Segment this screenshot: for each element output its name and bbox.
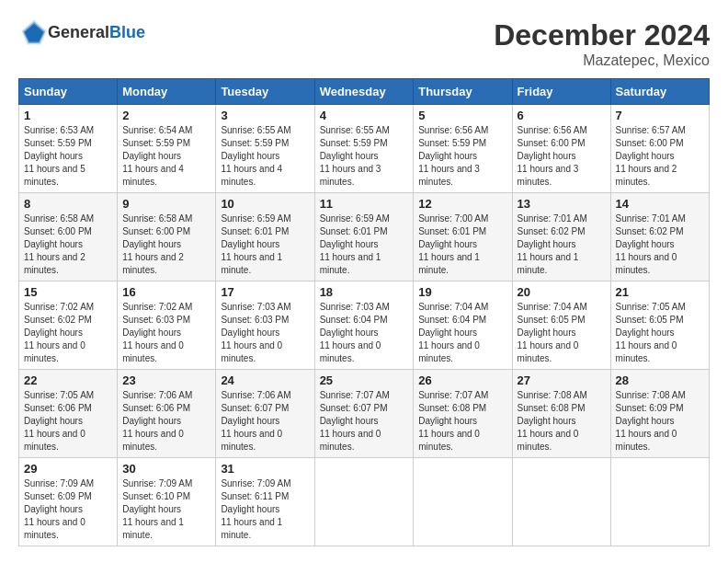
day-info: Sunrise: 7:03 AMSunset: 6:04 PMDaylight …: [320, 301, 409, 365]
day-info: Sunrise: 6:55 AMSunset: 5:59 PMDaylight …: [221, 124, 309, 189]
calendar-cell: 30Sunrise: 7:09 AMSunset: 6:10 PMDayligh…: [118, 458, 216, 546]
day-number: 9: [122, 197, 210, 211]
day-number: 28: [616, 373, 704, 387]
calendar-cell: 9Sunrise: 6:58 AMSunset: 6:00 PMDaylight…: [118, 193, 216, 282]
calendar-cell: 23Sunrise: 7:06 AMSunset: 6:06 PMDayligh…: [118, 370, 216, 458]
day-number: 4: [320, 109, 409, 122]
day-of-week-tuesday: Tuesday: [216, 79, 314, 105]
day-number: 18: [320, 285, 409, 299]
calendar-cell: [610, 458, 709, 546]
day-number: 6: [518, 109, 606, 122]
day-info: Sunrise: 7:01 AMSunset: 6:02 PMDaylight …: [616, 213, 704, 277]
calendar-header-row: SundayMondayTuesdayWednesdayThursdayFrid…: [19, 79, 710, 105]
header: GeneralBlue December 2024 Mazatepec, Mex…: [18, 18, 710, 69]
day-number: 14: [616, 197, 704, 211]
day-info: Sunrise: 6:54 AMSunset: 5:59 PMDaylight …: [122, 124, 210, 189]
calendar-cell: 15Sunrise: 7:02 AMSunset: 6:02 PMDayligh…: [19, 282, 118, 370]
day-info: Sunrise: 7:04 AMSunset: 6:04 PMDaylight …: [418, 301, 506, 365]
day-number: 12: [418, 197, 506, 211]
calendar-cell: 17Sunrise: 7:03 AMSunset: 6:03 PMDayligh…: [216, 282, 314, 370]
day-of-week-monday: Monday: [118, 79, 216, 105]
day-info: Sunrise: 6:53 AMSunset: 5:59 PMDaylight …: [24, 124, 112, 189]
month-title: December 2024: [494, 18, 710, 52]
calendar-cell: 21Sunrise: 7:05 AMSunset: 6:05 PMDayligh…: [610, 282, 709, 370]
logo-general: General: [48, 23, 109, 41]
day-number: 7: [616, 109, 704, 122]
day-number: 3: [221, 109, 309, 122]
calendar-week-row: 15Sunrise: 7:02 AMSunset: 6:02 PMDayligh…: [19, 282, 710, 370]
day-info: Sunrise: 7:01 AMSunset: 6:02 PMDaylight …: [518, 213, 606, 277]
day-number: 29: [24, 462, 112, 476]
day-info: Sunrise: 7:03 AMSunset: 6:03 PMDaylight …: [221, 301, 309, 365]
day-number: 26: [418, 373, 506, 387]
day-number: 11: [320, 197, 409, 211]
day-info: Sunrise: 7:05 AMSunset: 6:05 PMDaylight …: [616, 301, 704, 365]
day-info: Sunrise: 6:57 AMSunset: 6:00 PMDaylight …: [616, 124, 704, 189]
day-number: 22: [24, 373, 112, 387]
day-number: 19: [418, 285, 506, 299]
calendar-cell: 7Sunrise: 6:57 AMSunset: 6:00 PMDaylight…: [610, 105, 709, 193]
calendar-cell: 6Sunrise: 6:56 AMSunset: 6:00 PMDaylight…: [512, 105, 610, 193]
calendar-cell: 18Sunrise: 7:03 AMSunset: 6:04 PMDayligh…: [314, 282, 414, 370]
calendar-week-row: 1Sunrise: 6:53 AMSunset: 5:59 PMDaylight…: [19, 105, 710, 193]
calendar-cell: [512, 458, 610, 546]
calendar-cell: 5Sunrise: 6:56 AMSunset: 5:59 PMDaylight…: [414, 105, 512, 193]
calendar-cell: 13Sunrise: 7:01 AMSunset: 6:02 PMDayligh…: [512, 193, 610, 282]
calendar-cell: 29Sunrise: 7:09 AMSunset: 6:09 PMDayligh…: [19, 458, 118, 546]
day-info: Sunrise: 6:56 AMSunset: 6:00 PMDaylight …: [518, 124, 606, 189]
day-number: 10: [221, 197, 309, 211]
day-number: 13: [518, 197, 606, 211]
day-number: 23: [122, 373, 210, 387]
day-info: Sunrise: 7:06 AMSunset: 6:06 PMDaylight …: [122, 389, 210, 454]
day-number: 2: [122, 109, 210, 122]
day-info: Sunrise: 7:07 AMSunset: 6:08 PMDaylight …: [418, 389, 506, 454]
day-info: Sunrise: 7:02 AMSunset: 6:03 PMDaylight …: [122, 301, 210, 365]
calendar-cell: 3Sunrise: 6:55 AMSunset: 5:59 PMDaylight…: [216, 105, 314, 193]
calendar-cell: [314, 458, 414, 546]
logo-icon: [20, 18, 48, 46]
calendar-cell: 19Sunrise: 7:04 AMSunset: 6:04 PMDayligh…: [414, 282, 512, 370]
day-number: 15: [24, 285, 112, 299]
day-number: 17: [221, 285, 309, 299]
day-of-week-saturday: Saturday: [610, 79, 709, 105]
calendar-cell: 14Sunrise: 7:01 AMSunset: 6:02 PMDayligh…: [610, 193, 709, 282]
calendar-cell: 27Sunrise: 7:08 AMSunset: 6:08 PMDayligh…: [512, 370, 610, 458]
day-info: Sunrise: 7:04 AMSunset: 6:05 PMDaylight …: [518, 301, 606, 365]
day-info: Sunrise: 6:59 AMSunset: 6:01 PMDaylight …: [221, 213, 309, 277]
day-of-week-wednesday: Wednesday: [314, 79, 414, 105]
day-info: Sunrise: 6:58 AMSunset: 6:00 PMDaylight …: [122, 213, 210, 277]
day-info: Sunrise: 6:56 AMSunset: 5:59 PMDaylight …: [418, 124, 506, 189]
calendar-cell: 28Sunrise: 7:08 AMSunset: 6:09 PMDayligh…: [610, 370, 709, 458]
day-info: Sunrise: 7:05 AMSunset: 6:06 PMDaylight …: [24, 389, 112, 454]
day-number: 21: [616, 285, 704, 299]
day-number: 16: [122, 285, 210, 299]
day-info: Sunrise: 7:09 AMSunset: 6:11 PMDaylight …: [221, 477, 309, 542]
calendar-cell: 10Sunrise: 6:59 AMSunset: 6:01 PMDayligh…: [216, 193, 314, 282]
calendar-cell: 4Sunrise: 6:55 AMSunset: 5:59 PMDaylight…: [314, 105, 414, 193]
calendar-cell: 2Sunrise: 6:54 AMSunset: 5:59 PMDaylight…: [118, 105, 216, 193]
day-info: Sunrise: 7:09 AMSunset: 6:09 PMDaylight …: [24, 477, 112, 542]
calendar-cell: 12Sunrise: 7:00 AMSunset: 6:01 PMDayligh…: [414, 193, 512, 282]
calendar-week-row: 29Sunrise: 7:09 AMSunset: 6:09 PMDayligh…: [19, 458, 710, 546]
day-of-week-thursday: Thursday: [414, 79, 512, 105]
day-info: Sunrise: 7:02 AMSunset: 6:02 PMDaylight …: [24, 301, 112, 365]
location-title: Mazatepec, Mexico: [494, 52, 710, 69]
calendar-cell: [414, 458, 512, 546]
day-info: Sunrise: 7:07 AMSunset: 6:07 PMDaylight …: [320, 389, 409, 454]
day-info: Sunrise: 6:59 AMSunset: 6:01 PMDaylight …: [320, 213, 409, 277]
day-info: Sunrise: 7:08 AMSunset: 6:09 PMDaylight …: [616, 389, 704, 454]
day-info: Sunrise: 7:06 AMSunset: 6:07 PMDaylight …: [221, 389, 309, 454]
day-info: Sunrise: 6:55 AMSunset: 5:59 PMDaylight …: [320, 124, 409, 189]
day-number: 31: [221, 462, 309, 476]
day-number: 24: [221, 373, 309, 387]
calendar-cell: 20Sunrise: 7:04 AMSunset: 6:05 PMDayligh…: [512, 282, 610, 370]
day-number: 8: [24, 197, 112, 211]
logo-blue: Blue: [109, 23, 145, 41]
calendar-cell: 26Sunrise: 7:07 AMSunset: 6:08 PMDayligh…: [414, 370, 512, 458]
day-number: 25: [320, 373, 409, 387]
day-number: 20: [518, 285, 606, 299]
day-number: 27: [518, 373, 606, 387]
day-number: 1: [24, 109, 112, 122]
calendar-cell: 25Sunrise: 7:07 AMSunset: 6:07 PMDayligh…: [314, 370, 414, 458]
day-info: Sunrise: 7:09 AMSunset: 6:10 PMDaylight …: [122, 477, 210, 542]
